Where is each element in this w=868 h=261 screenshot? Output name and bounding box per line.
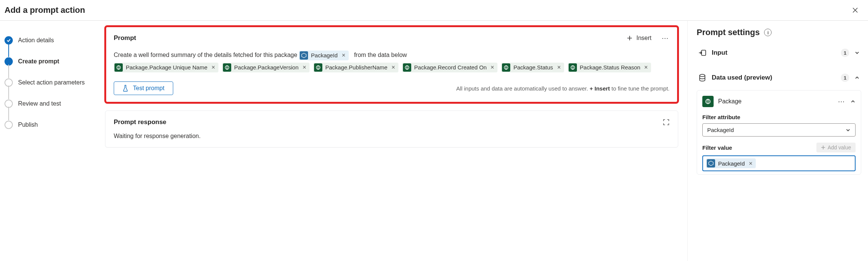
svg-rect-6 [702, 50, 706, 55]
step-dot-icon [5, 121, 13, 129]
plus-icon [821, 145, 825, 150]
chip-remove-button[interactable]: ✕ [490, 65, 494, 70]
prompt-response-card: Prompt response Waiting for response gen… [105, 111, 678, 147]
table-icon [403, 63, 411, 72]
chip-label: Package.Status Reason [580, 63, 641, 72]
prompt-data-chips: Package.Package Unique Name✕Package.Pack… [114, 64, 655, 70]
table-icon [223, 63, 231, 72]
data-source-more-button[interactable]: ⋯ [837, 97, 846, 106]
checkmark-icon [5, 36, 13, 45]
expand-button[interactable] [663, 119, 670, 126]
chip-label: Package.Record Created On [414, 63, 487, 72]
test-prompt-button[interactable]: Test prompt [114, 81, 173, 95]
data-chip[interactable]: Package.PackageVersion✕ [222, 63, 310, 72]
prompt-hint: All inputs and data are automatically us… [456, 85, 670, 92]
info-icon[interactable]: i [764, 29, 772, 36]
step-label: Create prompt [18, 58, 59, 65]
variable-icon [300, 51, 308, 60]
step-label: Select action parameters [18, 79, 85, 86]
svg-point-7 [700, 74, 705, 77]
settings-title-row: Prompt settings i [697, 28, 861, 37]
variable-icon [707, 159, 715, 167]
table-icon [314, 63, 322, 72]
svg-point-8 [706, 99, 710, 104]
more-icon: ⋯ [662, 34, 668, 42]
data-chip[interactable]: Package.Record Created On✕ [402, 63, 498, 72]
filter-value-label: Filter value [702, 144, 732, 151]
chip-remove-button[interactable]: ✕ [342, 53, 346, 58]
filter-value-chip[interactable]: PackageId ✕ [706, 158, 756, 168]
data-source-title: Package [718, 98, 832, 105]
insert-button[interactable]: Insert [627, 35, 651, 41]
response-body: Waiting for response generation. [114, 133, 670, 140]
chip-remove-button[interactable]: ✕ [211, 65, 215, 70]
titlebar: Add a prompt action [0, 0, 868, 21]
step-dot-icon [5, 78, 13, 87]
filter-attribute-select[interactable]: PackageId [702, 123, 856, 137]
chip-label: Package.PublisherName [325, 63, 387, 72]
input-accordion[interactable]: Input 1 [697, 43, 861, 62]
step-select-action-parameters[interactable]: Select action parameters [5, 72, 93, 93]
step-label: Review and test [18, 100, 61, 107]
step-review-and-test[interactable]: Review and test [5, 93, 93, 114]
chevron-down-icon [845, 127, 851, 133]
prompt-card: Prompt Insert ⋯ Create a well formed sum… [105, 26, 678, 103]
step-label: Publish [18, 121, 38, 128]
data-used-count-badge: 1 [841, 74, 849, 82]
svg-point-0 [117, 66, 121, 69]
plus-icon [627, 35, 633, 41]
insert-label: Insert [636, 35, 651, 41]
data-chip[interactable]: Package.Status Reason✕ [568, 63, 651, 72]
input-icon [698, 50, 706, 56]
chevron-down-icon [854, 50, 860, 55]
chip-remove-button[interactable]: ✕ [391, 65, 395, 70]
table-icon [114, 63, 123, 72]
settings-title: Prompt settings [697, 28, 760, 37]
more-button[interactable]: ⋯ [661, 34, 670, 42]
page-title: Add a prompt action [5, 5, 85, 15]
chip-remove-button[interactable]: ✕ [302, 65, 307, 70]
chip-label: Package.Status [513, 63, 553, 72]
step-action-details[interactable]: Action details [5, 30, 93, 51]
settings-panel: Prompt settings i Input 1 Data use [687, 21, 868, 261]
chip-label: Package.PackageVersion [234, 63, 299, 72]
chip-label: PackageId [311, 51, 338, 60]
data-source-card: Package ⋯ Filter attribute PackageId [697, 90, 861, 175]
prompt-editor[interactable]: Create a well formed summary of the deta… [114, 49, 670, 73]
chip-label: PackageId [718, 160, 745, 167]
data-chip[interactable]: Package.Status✕ [501, 63, 564, 72]
data-used-label: Data used (preview) [712, 74, 836, 81]
input-label: Input [712, 49, 836, 57]
step-create-prompt[interactable]: Create prompt [5, 51, 93, 72]
database-icon [698, 74, 706, 81]
table-icon [702, 96, 714, 107]
step-publish[interactable]: Publish [5, 114, 93, 135]
prompt-card-title: Prompt [114, 34, 136, 42]
expand-icon [663, 119, 670, 126]
chip-remove-button[interactable]: ✕ [557, 65, 561, 70]
prompt-text: Create a well formed summary of the deta… [114, 52, 297, 58]
data-used-accordion[interactable]: Data used (preview) 1 [697, 68, 861, 87]
chip-remove-button[interactable]: ✕ [644, 65, 648, 70]
data-chip[interactable]: Package.PublisherName✕ [313, 63, 398, 72]
chip-remove-button[interactable]: ✕ [749, 161, 753, 166]
svg-point-2 [316, 66, 320, 69]
filter-attribute-label: Filter attribute [702, 114, 856, 120]
svg-point-4 [504, 66, 508, 69]
filter-attribute-value: PackageId [707, 127, 734, 133]
data-chip[interactable]: Package.Package Unique Name✕ [114, 63, 218, 72]
svg-point-3 [405, 66, 409, 69]
flask-icon [122, 85, 128, 92]
svg-point-5 [571, 66, 575, 69]
prompt-text: from the data below [354, 52, 407, 58]
variable-chip-packageid[interactable]: PackageId ✕ [299, 51, 349, 60]
table-icon [502, 63, 510, 72]
table-icon [569, 63, 577, 72]
close-icon [852, 7, 858, 13]
filter-value-input[interactable]: PackageId ✕ [702, 155, 856, 171]
chevron-up-icon[interactable] [850, 99, 856, 104]
step-dot-icon [5, 100, 13, 108]
input-count-badge: 1 [841, 49, 849, 57]
wizard-stepper: Action details Create prompt Select acti… [0, 21, 96, 261]
close-button[interactable] [851, 6, 860, 15]
